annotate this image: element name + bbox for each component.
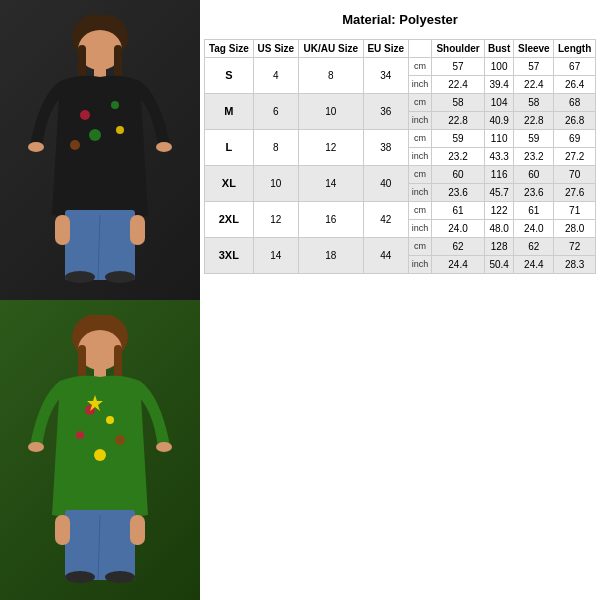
eu-size-cell: 40 xyxy=(363,166,408,202)
col-bust: Bust xyxy=(484,40,514,58)
uk-size-cell: 16 xyxy=(299,202,364,238)
length-cm: 69 xyxy=(554,130,596,148)
eu-size-cell: 38 xyxy=(363,130,408,166)
eu-size-cell: 34 xyxy=(363,58,408,94)
tag-size-cell: 3XL xyxy=(205,238,254,274)
unit-inch: inch xyxy=(408,220,431,238)
uk-size-cell: 12 xyxy=(299,130,364,166)
sleeve-cm: 61 xyxy=(514,202,554,220)
unit-inch: inch xyxy=(408,76,431,94)
length-inch: 28.0 xyxy=(554,220,596,238)
bust-cm: 128 xyxy=(484,238,514,256)
table-row: M 6 10 36 cm 58 104 58 68 xyxy=(205,94,596,112)
sleeve-inch: 23.2 xyxy=(514,148,554,166)
sleeve-cm: 60 xyxy=(514,166,554,184)
svg-point-26 xyxy=(115,435,125,445)
shoulder-cm: 62 xyxy=(432,238,485,256)
size-table: Tag Size US Size UK/AU Size EU Size Shou… xyxy=(204,39,596,274)
unit-cm: cm xyxy=(408,94,431,112)
svg-point-24 xyxy=(106,416,114,424)
us-size-cell: 4 xyxy=(253,58,298,94)
svg-rect-3 xyxy=(114,45,122,80)
length-inch: 28.3 xyxy=(554,256,596,274)
sleeve-inch: 24.4 xyxy=(514,256,554,274)
col-uk-size: UK/AU Size xyxy=(299,40,364,58)
bust-cm: 122 xyxy=(484,202,514,220)
svg-point-27 xyxy=(94,449,106,461)
sleeve-inch: 23.6 xyxy=(514,184,554,202)
us-size-cell: 12 xyxy=(253,202,298,238)
uk-size-cell: 18 xyxy=(299,238,364,274)
svg-rect-2 xyxy=(78,45,86,80)
unit-cm: cm xyxy=(408,238,431,256)
size-table-container: Material: Polyester Tag Size US Size UK/… xyxy=(200,0,600,600)
svg-point-36 xyxy=(105,571,135,583)
bust-cm: 104 xyxy=(484,94,514,112)
sleeve-cm: 57 xyxy=(514,58,554,76)
uk-size-cell: 14 xyxy=(299,166,364,202)
length-inch: 27.2 xyxy=(554,148,596,166)
svg-point-11 xyxy=(156,142,172,152)
table-row: XL 10 14 40 cm 60 116 60 70 xyxy=(205,166,596,184)
sleeve-inch: 22.4 xyxy=(514,76,554,94)
unit-inch: inch xyxy=(408,256,431,274)
col-eu-size: EU Size xyxy=(363,40,408,58)
green-sweater-image xyxy=(0,300,200,600)
bust-cm: 100 xyxy=(484,58,514,76)
sleeve-cm: 62 xyxy=(514,238,554,256)
table-row: 3XL 14 18 44 cm 62 128 62 72 xyxy=(205,238,596,256)
unit-cm: cm xyxy=(408,130,431,148)
black-sweater-image xyxy=(0,0,200,300)
svg-rect-32 xyxy=(55,515,70,545)
svg-point-8 xyxy=(116,126,124,134)
tag-size-cell: XL xyxy=(205,166,254,202)
svg-point-29 xyxy=(28,442,44,452)
svg-point-7 xyxy=(89,129,101,141)
material-label: Material: Polyester xyxy=(204,8,596,31)
shoulder-cm: 58 xyxy=(432,94,485,112)
svg-point-25 xyxy=(76,431,84,439)
length-cm: 67 xyxy=(554,58,596,76)
col-shoulder: Shoulder xyxy=(432,40,485,58)
us-size-cell: 6 xyxy=(253,94,298,130)
uk-size-cell: 10 xyxy=(299,94,364,130)
uk-size-cell: 8 xyxy=(299,58,364,94)
unit-inch: inch xyxy=(408,148,431,166)
col-sleeve: Sleeve xyxy=(514,40,554,58)
bust-inch: 48.0 xyxy=(484,220,514,238)
tag-size-cell: 2XL xyxy=(205,202,254,238)
bust-inch: 39.4 xyxy=(484,76,514,94)
length-cm: 72 xyxy=(554,238,596,256)
svg-rect-33 xyxy=(130,515,145,545)
svg-point-6 xyxy=(111,101,119,109)
col-us-size: US Size xyxy=(253,40,298,58)
sleeve-inch: 24.0 xyxy=(514,220,554,238)
unit-cm: cm xyxy=(408,166,431,184)
shoulder-cm: 57 xyxy=(432,58,485,76)
sleeve-cm: 58 xyxy=(514,94,554,112)
eu-size-cell: 44 xyxy=(363,238,408,274)
product-images xyxy=(0,0,200,600)
bust-inch: 45.7 xyxy=(484,184,514,202)
sleeve-cm: 59 xyxy=(514,130,554,148)
unit-cm: cm xyxy=(408,202,431,220)
length-inch: 26.4 xyxy=(554,76,596,94)
tag-size-cell: L xyxy=(205,130,254,166)
us-size-cell: 14 xyxy=(253,238,298,274)
shoulder-inch: 24.0 xyxy=(432,220,485,238)
svg-rect-14 xyxy=(130,215,145,245)
unit-inch: inch xyxy=(408,184,431,202)
col-unit xyxy=(408,40,431,58)
eu-size-cell: 36 xyxy=(363,94,408,130)
svg-point-10 xyxy=(28,142,44,152)
shoulder-inch: 23.2 xyxy=(432,148,485,166)
bust-inch: 50.4 xyxy=(484,256,514,274)
us-size-cell: 10 xyxy=(253,166,298,202)
bust-inch: 40.9 xyxy=(484,112,514,130)
table-row: L 8 12 38 cm 59 110 59 69 xyxy=(205,130,596,148)
bust-inch: 43.3 xyxy=(484,148,514,166)
bust-cm: 116 xyxy=(484,166,514,184)
tag-size-cell: S xyxy=(205,58,254,94)
shoulder-cm: 61 xyxy=(432,202,485,220)
main-container: Material: Polyester Tag Size US Size UK/… xyxy=(0,0,600,600)
